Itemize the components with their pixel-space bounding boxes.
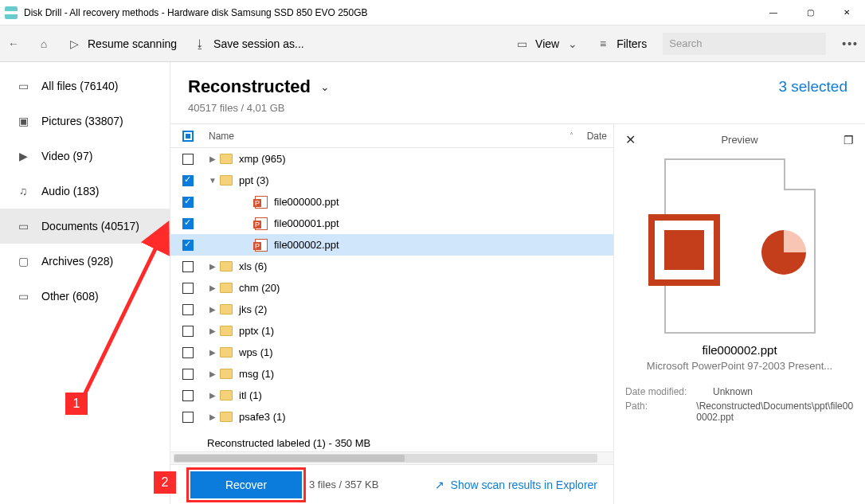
close-button[interactable]: ✕ xyxy=(828,0,865,25)
row-checkbox[interactable] xyxy=(182,240,194,251)
row-label: xmp (965) xyxy=(239,153,286,165)
resume-label: Resume scanning xyxy=(88,37,177,50)
pop-out-icon[interactable]: ❐ xyxy=(843,134,854,147)
sidebar-item-all[interactable]: ▭All files (76140) xyxy=(0,68,170,104)
row-checkbox[interactable] xyxy=(182,304,194,315)
horizontal-scrollbar[interactable] xyxy=(170,451,613,464)
file-row[interactable]: ▶psafe3 (1) xyxy=(170,406,613,428)
row-checkbox[interactable] xyxy=(182,261,194,272)
row-label: itl (1) xyxy=(239,389,262,401)
column-header: Name ˄ Date xyxy=(170,124,613,148)
maximize-button[interactable]: ▢ xyxy=(792,0,828,25)
disclosure-icon[interactable]: ▶ xyxy=(205,305,220,314)
annotation-badge-2: 2 xyxy=(154,471,176,494)
chevron-down-icon[interactable]: ⌄ xyxy=(320,80,330,93)
preview-thumbnail xyxy=(664,158,816,334)
resume-scan-button[interactable]: ▷Resume scanning xyxy=(67,37,177,50)
search-input[interactable]: Search xyxy=(663,33,826,55)
row-checkbox[interactable] xyxy=(182,283,194,294)
row-checkbox[interactable] xyxy=(182,412,194,423)
sidebar-item-video[interactable]: ▶Video (97) xyxy=(0,139,170,174)
file-list[interactable]: ▶xmp (965)▼ppt (3)file000000.pptfile0000… xyxy=(170,148,613,434)
ppt-icon xyxy=(255,196,268,209)
file-row[interactable]: ▶xmp (965) xyxy=(170,148,613,170)
file-row[interactable]: ▶xls (6) xyxy=(170,256,613,277)
folder-icon xyxy=(220,390,233,400)
minimize-button[interactable]: — xyxy=(755,0,792,25)
archives-icon: ▢ xyxy=(16,254,30,268)
disclosure-icon[interactable]: ▶ xyxy=(205,262,220,271)
disclosure-icon[interactable]: ▶ xyxy=(205,154,220,163)
sidebar-item-audio[interactable]: ♫Audio (183) xyxy=(0,174,170,209)
file-row[interactable]: ▶wps (1) xyxy=(170,342,613,363)
show-link-label: Show scan results in Explorer xyxy=(451,479,597,491)
disclosure-icon[interactable]: ▶ xyxy=(205,369,220,378)
save-session-button[interactable]: ⭳Save session as... xyxy=(193,37,304,50)
sidebar-item-documents[interactable]: ▭Documents (40517) xyxy=(0,209,170,244)
folder-icon xyxy=(220,412,233,422)
preview-filename: file000002.ppt xyxy=(625,343,854,357)
sidebar-item-pictures[interactable]: ▣Pictures (33807) xyxy=(0,104,170,139)
view-label: View xyxy=(535,37,559,50)
row-checkbox[interactable] xyxy=(182,154,194,165)
row-label: ppt (3) xyxy=(239,174,269,186)
titlebar: Disk Drill - All recovery methods - Hard… xyxy=(0,0,865,25)
file-row[interactable]: file000001.ppt xyxy=(170,213,613,234)
meta-key: Path: xyxy=(625,400,696,423)
disclosure-icon[interactable]: ▶ xyxy=(205,283,220,292)
folder-icon xyxy=(220,304,233,315)
disclosure-icon[interactable]: ▶ xyxy=(205,391,220,400)
folder-icon xyxy=(220,347,233,357)
selection-stats: 3 files / 357 KB xyxy=(309,479,378,490)
file-row[interactable]: ▶itl (1) xyxy=(170,385,613,406)
close-preview-button[interactable]: ✕ xyxy=(625,132,636,147)
sidebar-item-archives[interactable]: ▢Archives (928) xyxy=(0,244,170,279)
row-checkbox[interactable] xyxy=(182,218,194,229)
disclosure-icon[interactable]: ▶ xyxy=(205,326,220,335)
folder-icon xyxy=(220,369,233,379)
row-checkbox[interactable] xyxy=(182,347,194,358)
home-button[interactable]: ⌂ xyxy=(37,37,51,50)
row-checkbox[interactable] xyxy=(182,197,194,208)
file-row[interactable]: ▶jks (2) xyxy=(170,299,613,320)
row-checkbox[interactable] xyxy=(182,390,194,401)
row-label: wps (1) xyxy=(239,346,273,358)
window-title: Disk Drill - All recovery methods - Hard… xyxy=(24,7,368,18)
more-button[interactable]: ••• xyxy=(842,37,859,50)
row-checkbox[interactable] xyxy=(182,175,194,186)
documents-icon: ▭ xyxy=(16,219,30,233)
sidebar-item-label: Video (97) xyxy=(41,150,92,162)
filters-button[interactable]: ≡Filters xyxy=(596,37,647,50)
row-label: xls (6) xyxy=(239,260,267,272)
ppt-icon xyxy=(255,239,268,252)
save-label: Save session as... xyxy=(213,37,304,50)
column-date[interactable]: Date xyxy=(573,131,613,142)
sidebar-item-other[interactable]: ▭Other (608) xyxy=(0,279,170,314)
row-checkbox[interactable] xyxy=(182,369,194,380)
disclosure-icon[interactable]: ▶ xyxy=(205,412,220,421)
file-row[interactable]: ▼ppt (3) xyxy=(170,170,613,191)
show-in-explorer-link[interactable]: ↗Show scan results in Explorer xyxy=(435,479,597,491)
preview-filetype: Microsoft PowerPoint 97-2003 Present... xyxy=(625,360,854,372)
section-title[interactable]: Reconstructed xyxy=(188,76,311,97)
disclosure-icon[interactable]: ▶ xyxy=(205,348,220,357)
select-all-checkbox[interactable] xyxy=(182,131,194,142)
file-row[interactable]: file000000.ppt xyxy=(170,191,613,213)
column-name[interactable]: Name xyxy=(205,131,569,142)
sidebar-item-label: All files (76140) xyxy=(41,80,119,92)
file-row[interactable]: file000002.ppt xyxy=(170,234,613,256)
pictures-icon: ▣ xyxy=(16,114,30,128)
file-row[interactable]: ▶msg (1) xyxy=(170,363,613,385)
toolbar: ← ⌂ ▷Resume scanning ⭳Save session as...… xyxy=(0,25,865,62)
recover-button[interactable]: Recover xyxy=(190,471,302,498)
disclosure-icon[interactable]: ▼ xyxy=(205,176,220,185)
back-button[interactable]: ← xyxy=(6,37,21,50)
app-icon xyxy=(5,6,18,19)
file-row[interactable]: ▶chm (20) xyxy=(170,277,613,299)
selected-count[interactable]: 3 selected xyxy=(778,78,847,96)
section-stats: 40517 files / 4,01 GB xyxy=(170,100,865,123)
view-dropdown[interactable]: ▭View⌄ xyxy=(515,37,580,50)
chevron-down-icon: ⌄ xyxy=(566,37,580,50)
file-row[interactable]: ▶pptx (1) xyxy=(170,320,613,342)
row-checkbox[interactable] xyxy=(182,326,194,337)
